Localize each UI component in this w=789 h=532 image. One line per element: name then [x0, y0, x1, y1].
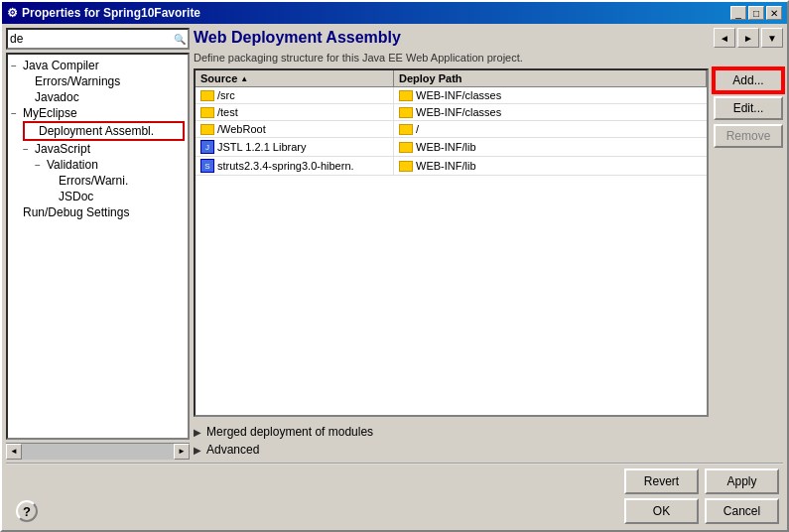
table-row[interactable]: /src WEB-INF/classes	[196, 87, 707, 104]
tree-item-validation[interactable]: − Validation	[35, 157, 185, 173]
tree-item-label: Java Compiler	[23, 59, 99, 72]
nav-forward-button[interactable]: ►	[737, 28, 759, 48]
source-cell: /test	[196, 104, 394, 120]
tree-item-java-compiler[interactable]: − Java Compiler	[11, 58, 185, 73]
window-title: Properties for Spring10Favorite	[22, 6, 200, 20]
deploy-value: WEB-INF/classes	[416, 89, 501, 101]
source-value: /WebRoot	[217, 123, 266, 135]
close-button[interactable]: ✕	[766, 6, 782, 20]
description-text: Define packaging structure for this Java…	[194, 52, 783, 64]
footer-row2: ? OK Cancel	[2, 496, 787, 530]
tree-item-label: Deployment Assembl.	[39, 124, 154, 138]
action-buttons-panel: Add... Edit... Remove	[714, 68, 783, 417]
maximize-button[interactable]: □	[748, 6, 764, 20]
column-header-source[interactable]: Source ▲	[196, 70, 394, 86]
search-input[interactable]	[10, 32, 174, 46]
window-body: 🔍 − Java Compiler Errors/Warnings	[2, 24, 787, 530]
source-cell: /src	[196, 87, 394, 103]
title-bar-text: ⚙ Properties for Spring10Favorite	[7, 6, 200, 20]
source-cell: J JSTL 1.2.1 Library	[196, 138, 394, 156]
folder-icon	[200, 90, 214, 101]
column-header-deploy[interactable]: Deploy Path	[394, 70, 707, 86]
source-value: /src	[217, 89, 235, 101]
left-panel: 🔍 − Java Compiler Errors/Warnings	[6, 28, 190, 459]
folder-icon	[399, 142, 413, 153]
search-box: 🔍	[6, 28, 190, 50]
add-button[interactable]: Add...	[714, 68, 783, 92]
merged-deployment-label: Merged deployment of modules	[206, 425, 373, 439]
deploy-value: WEB-INF/lib	[416, 160, 476, 172]
footer-left: ?	[10, 500, 38, 522]
folder-icon	[399, 124, 413, 135]
content-area: 🔍 − Java Compiler Errors/Warnings	[2, 24, 787, 463]
tree-item-label: JSDoc	[59, 190, 93, 203]
main-window: ⚙ Properties for Spring10Favorite _ □ ✕ …	[0, 0, 789, 532]
scroll-right-button[interactable]: ►	[174, 444, 190, 460]
title-controls: _ □ ✕	[730, 6, 782, 20]
tree-item-label: Javadoc	[35, 90, 79, 104]
tree-item-label: Errors/Warnings	[35, 74, 120, 88]
revert-button[interactable]: Revert	[624, 468, 699, 494]
tree-item-errors-warnings2[interactable]: Errors/Warni.	[47, 173, 185, 189]
deploy-cell: WEB-INF/lib	[394, 138, 707, 156]
expand-icon: −	[11, 108, 21, 119]
title-bar: ⚙ Properties for Spring10Favorite _ □ ✕	[2, 2, 787, 24]
table-body: /src WEB-INF/classes	[196, 87, 707, 415]
expand-icon: −	[35, 160, 45, 171]
col-deploy-label: Deploy Path	[399, 72, 462, 84]
apply-button[interactable]: Apply	[705, 468, 779, 494]
deploy-cell: WEB-INF/lib	[394, 157, 707, 175]
folder-icon	[399, 161, 413, 172]
scroll-left-button[interactable]: ◄	[6, 444, 22, 460]
source-value: struts2.3.4-spring3.0-hibern.	[217, 160, 354, 172]
panel-title: Web Deployment Assembly	[194, 29, 401, 47]
tree-item-errors-warnings[interactable]: Errors/Warnings	[23, 73, 185, 89]
tree-item-jsdoc[interactable]: JSDoc	[47, 189, 185, 204]
nav-back-button[interactable]: ◄	[714, 28, 735, 48]
tree-panel: − Java Compiler Errors/Warnings Javadoc	[6, 53, 190, 440]
advanced-row[interactable]: ▶ Advanced	[194, 441, 783, 459]
nav-buttons: ◄ ► ▼	[714, 28, 783, 48]
source-value: JSTL 1.2.1 Library	[217, 141, 306, 153]
library-icon: S	[200, 159, 214, 173]
tree-item-run-debug[interactable]: Run/Debug Settings	[11, 204, 185, 220]
ok-button[interactable]: OK	[624, 498, 699, 524]
advanced-label: Advanced	[206, 443, 259, 457]
search-icon: 🔍	[174, 34, 186, 45]
col-source-label: Source	[200, 72, 237, 84]
folder-icon	[399, 107, 413, 118]
expand-triangle-icon: ▶	[194, 427, 201, 438]
tree-item-label: Errors/Warni.	[59, 174, 128, 188]
remove-button[interactable]: Remove	[714, 124, 783, 148]
tree-item-javadoc[interactable]: Javadoc	[23, 89, 185, 105]
help-button[interactable]: ?	[16, 500, 38, 522]
deploy-value: WEB-INF/classes	[416, 106, 501, 118]
deploy-value: /	[416, 123, 419, 135]
sort-ascending-icon: ▲	[240, 74, 248, 83]
tree-item-label: MyEclipse	[23, 106, 77, 120]
folder-icon	[200, 124, 214, 135]
merged-deployment-row[interactable]: ▶ Merged deployment of modules	[194, 423, 783, 441]
cancel-button[interactable]: Cancel	[705, 498, 779, 524]
minimize-button[interactable]: _	[730, 6, 746, 20]
table-row[interactable]: S struts2.3.4-spring3.0-hibern. WEB-INF/…	[196, 157, 707, 176]
table-row[interactable]: /WebRoot /	[196, 121, 707, 138]
folder-icon	[200, 107, 214, 118]
edit-button[interactable]: Edit...	[714, 96, 783, 120]
title-icon: ⚙	[7, 6, 18, 20]
deploy-cell: /	[394, 121, 707, 137]
footer-row1: Revert Apply	[2, 465, 787, 496]
right-panel: Web Deployment Assembly ◄ ► ▼ Define pac…	[194, 28, 783, 459]
table-row[interactable]: /test WEB-INF/classes	[196, 104, 707, 121]
expand-triangle-icon: ▶	[194, 445, 201, 456]
source-value: /test	[217, 106, 238, 118]
tree-item-deployment-assembly[interactable]: Deployment Assembl.	[23, 121, 185, 141]
tree-item-javascript[interactable]: − JavaScript	[23, 141, 185, 157]
tree-item-myeclipse[interactable]: − MyEclipse	[11, 105, 185, 121]
deploy-value: WEB-INF/lib	[416, 141, 476, 153]
table-row[interactable]: J JSTL 1.2.1 Library WEB-INF/lib	[196, 138, 707, 157]
scroll-track[interactable]	[22, 444, 174, 460]
bottom-section: ▶ Merged deployment of modules ▶ Advance…	[194, 423, 783, 459]
nav-dropdown-button[interactable]: ▼	[761, 28, 783, 48]
assembly-table: Source ▲ Deploy Path	[194, 68, 709, 417]
